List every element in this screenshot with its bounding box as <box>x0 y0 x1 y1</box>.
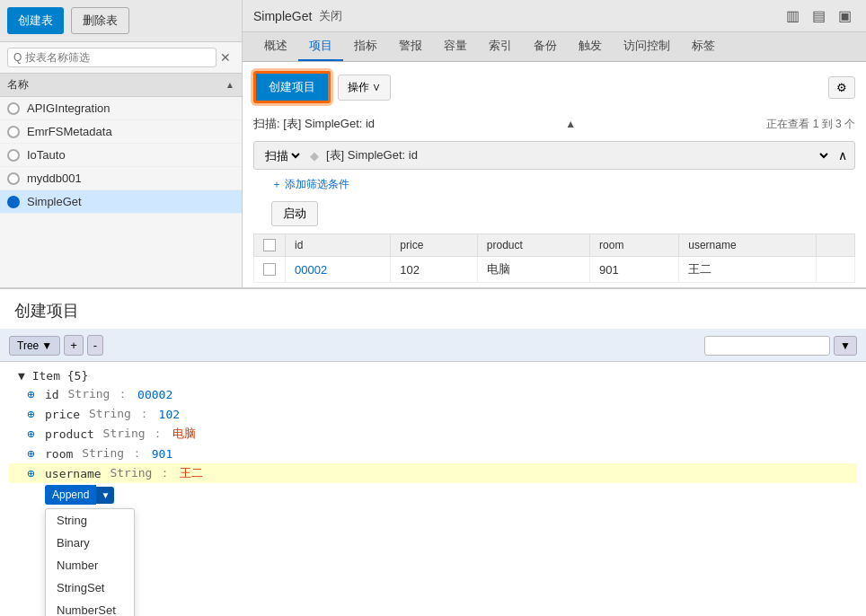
layout-icon-2[interactable]: ▤ <box>809 5 829 26</box>
table-search-input[interactable] <box>7 48 216 67</box>
tab-overview[interactable]: 概述 <box>253 32 298 61</box>
create-item-button[interactable]: 创建项目 <box>253 71 331 103</box>
append-dropdown-arrow[interactable]: ▼ <box>96 487 114 504</box>
delete-table-button[interactable]: 删除表 <box>71 7 129 34</box>
sidebar-toolbar: 创建表 删除表 <box>0 0 242 42</box>
table-item[interactable]: IoTauto <box>0 144 242 167</box>
create-item-dialog: 创建项目 Tree ▼ + - ▼ ▼ Item {5} ⊕ id String… <box>0 287 866 616</box>
field-value-price: 102 <box>159 408 180 421</box>
field-type-product: String ： <box>96 426 171 442</box>
row-id-link[interactable]: 00002 <box>295 263 327 277</box>
col-price: price <box>391 234 477 257</box>
tab-metrics[interactable]: 指标 <box>343 32 388 61</box>
collapse-scan-button[interactable]: ∧ <box>838 148 847 163</box>
table-radio <box>7 126 20 138</box>
panel-title: SimpleGet <box>253 9 312 23</box>
append-button[interactable]: Append <box>45 485 96 505</box>
scan-title: 扫描: [表] SimpleGet: id <box>253 116 375 132</box>
expand-id-button[interactable]: ⊕ <box>27 387 40 401</box>
expand-scan-icon[interactable]: ▲ <box>565 118 576 130</box>
dialog-search-input[interactable] <box>704 336 830 356</box>
tree-content: ▼ Item {5} ⊕ id String ： 00002 ⊕ price S… <box>0 362 866 616</box>
scan-count: 正在查看 1 到 3 个 <box>766 117 855 132</box>
tab-access[interactable]: 访问控制 <box>613 32 681 61</box>
table-name: APIGIntegration <box>27 101 110 115</box>
tab-tags[interactable]: 标签 <box>681 32 726 61</box>
scan-type-select[interactable]: 扫描 <box>261 148 303 163</box>
filter-section: ＋ 添加筛选条件 <box>253 177 855 192</box>
table-item[interactable]: EmrFSMetadata <box>0 120 242 144</box>
expand-price-button[interactable]: ⊕ <box>27 407 40 421</box>
field-value-product: 电脑 <box>172 426 196 442</box>
table-item[interactable]: APIGIntegration <box>0 97 242 120</box>
tree-label: Tree <box>17 339 39 352</box>
dropdown-item-string[interactable]: String <box>46 509 134 532</box>
select-all-checkbox[interactable] <box>263 239 276 251</box>
tab-triggers[interactable]: 触发 <box>568 32 613 61</box>
table-name: myddb001 <box>27 172 82 185</box>
add-filter-link[interactable]: ＋ 添加筛选条件 <box>253 178 349 190</box>
dialog-search-area: ▼ <box>704 336 857 356</box>
tree-item-room: ⊕ room String ： 901 <box>9 444 857 463</box>
right-header: SimpleGet 关闭 ▥ ▤ ▣ <box>243 0 866 32</box>
field-name-username: username <box>45 467 102 480</box>
create-table-button[interactable]: 创建表 <box>7 7 64 34</box>
field-type-price: String ： <box>82 406 156 422</box>
tab-alerts[interactable]: 警报 <box>388 32 433 61</box>
col-id: id <box>286 234 391 257</box>
col-extra <box>816 234 854 257</box>
tab-capacity[interactable]: 容量 <box>433 32 478 61</box>
tab-backup[interactable]: 备份 <box>523 32 568 61</box>
dropdown-item-binary[interactable]: Binary <box>46 532 134 554</box>
tree-view-button[interactable]: Tree ▼ <box>9 336 60 356</box>
operation-button[interactable]: 操作 ∨ <box>338 75 391 101</box>
scan-header: 扫描: [表] SimpleGet: id ▲ 正在查看 1 到 3 个 <box>253 112 855 136</box>
table-list-header: 名称 ▲ <box>0 74 242 97</box>
append-dropdown-container: Append▼ String Binary Number StringSet N… <box>9 485 857 505</box>
expand-room-button[interactable]: ⊕ <box>27 446 40 461</box>
dropdown-menu: String Binary Number StringSet NumberSet… <box>45 508 135 616</box>
expand-username-button[interactable]: ⊕ <box>27 466 40 480</box>
search-clear-button[interactable]: ✕ <box>216 50 234 65</box>
dropdown-item-stringset[interactable]: StringSet <box>46 576 134 599</box>
field-value-username: 王二 <box>180 465 203 481</box>
layout-icon-1[interactable]: ▥ <box>782 5 803 26</box>
row-username: 王二 <box>679 257 817 283</box>
settings-button[interactable]: ⚙ <box>828 76 855 99</box>
tab-items[interactable]: 项目 <box>298 32 343 61</box>
tab-indexes[interactable]: 索引 <box>478 32 523 61</box>
sidebar: 创建表 删除表 ✕ 名称 ▲ APIGIntegration EmrFSMeta… <box>0 0 243 287</box>
tree-dropdown-icon: ▼ <box>41 339 52 352</box>
row-room: 901 <box>590 257 679 283</box>
start-scan-button[interactable]: 启动 <box>271 201 318 226</box>
field-type-room: String ： <box>75 445 149 462</box>
sort-icon: ▲ <box>225 80 234 90</box>
table-item-active[interactable]: SimpleGet <box>0 190 242 214</box>
dialog-filter-button[interactable]: ▼ <box>834 336 857 356</box>
scan-field-select[interactable] <box>813 148 831 163</box>
field-value-id: 00002 <box>137 388 172 401</box>
table-radio-active <box>7 196 20 208</box>
row-price: 102 <box>391 257 477 283</box>
expand-product-button[interactable]: ⊕ <box>27 427 40 441</box>
dropdown-item-numberset[interactable]: NumberSet <box>46 599 134 616</box>
right-panel: SimpleGet 关闭 ▥ ▤ ▣ 概述 项目 指标 警报 容量 索引 备份 … <box>243 0 866 287</box>
table-item[interactable]: myddb001 <box>0 167 242 190</box>
tabs: 概述 项目 指标 警报 容量 索引 备份 触发 访问控制 标签 <box>243 32 866 62</box>
col-product: product <box>477 234 589 257</box>
tree-item-username: ⊕ username String ： 王二 <box>9 463 857 483</box>
table-radio <box>7 149 20 162</box>
tree-item-id: ⊕ id String ： 00002 <box>9 384 857 404</box>
layout-icon-3[interactable]: ▣ <box>835 5 855 26</box>
field-type-username: String ： <box>103 465 178 481</box>
remove-field-button[interactable]: - <box>87 335 103 356</box>
dropdown-item-number[interactable]: Number <box>46 554 134 576</box>
row-checkbox[interactable] <box>263 263 276 276</box>
dialog-toolbar: Tree ▼ + - ▼ <box>0 330 866 362</box>
table-radio <box>7 172 20 185</box>
table-name: EmrFSMetadata <box>27 125 112 138</box>
close-panel-button[interactable]: 关闭 <box>319 8 342 24</box>
scan-table-ref: [表] SimpleGet: id <box>326 147 806 163</box>
add-field-button[interactable]: + <box>64 335 84 356</box>
field-name-room: room <box>45 447 73 461</box>
